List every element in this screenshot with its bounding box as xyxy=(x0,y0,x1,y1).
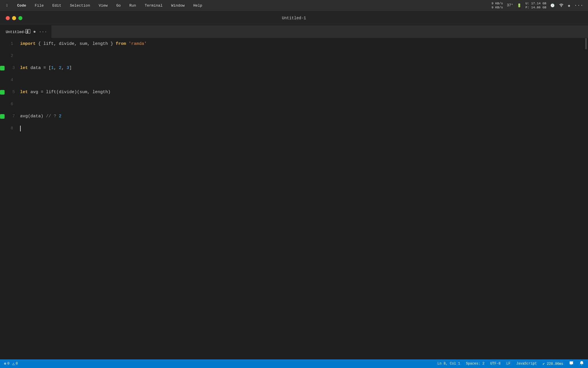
menu-window[interactable]: Window xyxy=(169,3,186,8)
language-text: JavaScript xyxy=(516,362,537,366)
tab-untitled-1[interactable]: Untitled-1 ● ··· xyxy=(0,25,51,38)
battery-icon: 🔋 xyxy=(517,3,521,8)
token-comma-2: , xyxy=(61,62,67,74)
token-avg-call: avg(data) xyxy=(20,110,46,122)
encoding[interactable]: UTF-8 xyxy=(490,362,501,366)
menu-code[interactable]: Code xyxy=(16,3,28,8)
line-ending[interactable]: LF xyxy=(506,362,510,366)
feedback-button[interactable] xyxy=(569,361,574,367)
menu-file[interactable]: File xyxy=(33,3,45,8)
token-data-assign: data = [ xyxy=(28,62,51,74)
token-let-2: let xyxy=(20,86,28,98)
token-import: import xyxy=(20,38,36,50)
code-line-6 xyxy=(17,98,584,110)
scrollbar-thumb[interactable] xyxy=(585,38,587,49)
minimize-button[interactable] xyxy=(12,16,16,20)
close-button[interactable] xyxy=(6,16,10,20)
airdrop-icon: ◈ xyxy=(568,3,570,8)
statusbar-left: ⊗ 0 △ 0 xyxy=(4,361,18,366)
warning-status[interactable]: △ 0 xyxy=(12,361,18,366)
line-ending-text: LF xyxy=(506,362,510,366)
line-number-3: 3 xyxy=(5,62,19,74)
statusbar: ⊗ 0 △ 0 Ln 8, Col 1 Spaces: 2 UTF-8 LF J… xyxy=(0,359,588,368)
gutter-row-1: 1 xyxy=(0,38,17,50)
breakpoint-3[interactable] xyxy=(0,66,5,70)
scrollbar-track[interactable] xyxy=(584,38,588,359)
encoding-text: UTF-8 xyxy=(490,362,501,366)
code-editor[interactable]: import { lift, divide, sum, length } fro… xyxy=(17,38,584,359)
bell-icon xyxy=(579,361,584,367)
token-num-3: 3 xyxy=(67,62,69,74)
disk-used: U: 17.14 GB xyxy=(525,1,546,5)
line-indicator-7 xyxy=(0,110,5,122)
token-bracket-close: ] xyxy=(69,62,72,74)
menubar:  Code File Edit Selection View Go Run T… xyxy=(0,0,588,11)
spaces-text: Spaces: 2 xyxy=(466,362,485,366)
window-controls xyxy=(6,16,22,20)
error-status[interactable]: ⊗ 0 xyxy=(4,361,9,366)
svg-rect-0 xyxy=(26,29,28,33)
menu-help[interactable]: Help xyxy=(192,3,204,8)
token-num-1: 1 xyxy=(51,62,54,74)
line-number-7: 7 xyxy=(5,110,19,122)
feedback-icon xyxy=(569,361,574,367)
language-mode[interactable]: JavaScript xyxy=(516,362,537,366)
line-number-2: 2 xyxy=(3,50,17,62)
svg-rect-1 xyxy=(28,29,30,33)
timing-status[interactable]: ✔ 228.06ms xyxy=(543,362,563,366)
statusbar-right: Ln 8, Col 1 Spaces: 2 UTF-8 LF JavaScrip… xyxy=(437,361,584,367)
error-count: 0 xyxy=(7,362,9,366)
menu-terminal[interactable]: Terminal xyxy=(143,3,164,8)
split-editor-icon[interactable] xyxy=(25,29,30,35)
code-line-5: let avg = lift(divide)(sum, length) xyxy=(17,86,584,98)
line-indicator-8 xyxy=(0,122,3,135)
warning-count: 0 xyxy=(16,362,18,366)
apple-menu[interactable]:  xyxy=(5,3,10,8)
breakpoint-5[interactable] xyxy=(0,90,5,95)
tab-label: Untitled-1 xyxy=(6,30,28,34)
token-avg-assign: avg = lift(divide)(sum, length) xyxy=(28,86,111,98)
line-indicator-2 xyxy=(0,50,3,62)
menu-view[interactable]: View xyxy=(97,3,109,8)
line-indicator-1 xyxy=(0,38,3,50)
token-comma-1: , xyxy=(54,62,59,74)
more-options-icon[interactable]: ··· xyxy=(39,29,47,34)
line-number-5: 5 xyxy=(5,86,19,98)
tab-bar: Untitled-1 ● ··· xyxy=(0,25,588,38)
wifi-icon xyxy=(559,3,564,8)
gutter-row-5: 5 xyxy=(0,86,17,98)
notification-button[interactable] xyxy=(579,361,584,367)
menubar-left:  Code File Edit Selection View Go Run T… xyxy=(5,3,492,8)
clock-icon: 🕐 xyxy=(550,3,555,8)
editor-body: 1 2 3 4 5 6 xyxy=(0,38,588,359)
indentation[interactable]: Spaces: 2 xyxy=(466,362,485,366)
line-indicator-3 xyxy=(0,62,5,74)
token-from: from xyxy=(116,38,126,50)
error-icon: ⊗ xyxy=(4,361,6,366)
menubar-right: 9 KB/s 9 KB/s 37° 🔋 U: 17.14 GB F: 14.86… xyxy=(492,1,583,10)
token-comment: // ? xyxy=(46,110,59,122)
titlebar: Untitled-1 xyxy=(0,11,588,25)
token-num-2: 2 xyxy=(59,62,61,74)
code-line-3: let data = [ 1 , 2 , 3 ] xyxy=(17,62,584,74)
position-text: Ln 8, Col 1 xyxy=(437,362,460,366)
timing-text: ✔ 228.06ms xyxy=(543,362,563,366)
menu-selection[interactable]: Selection xyxy=(68,3,92,8)
breakpoint-7[interactable] xyxy=(0,114,5,119)
menu-edit[interactable]: Edit xyxy=(51,3,63,8)
line-number-8: 8 xyxy=(3,122,17,135)
menu-go[interactable]: Go xyxy=(115,3,123,8)
cursor-position[interactable]: Ln 8, Col 1 xyxy=(437,362,460,366)
token-braces: { lift, divide, sum, length } xyxy=(36,38,116,50)
gutter-row-6: 6 xyxy=(0,98,17,110)
line-indicator-6 xyxy=(0,98,3,110)
warning-icon: △ xyxy=(12,361,15,366)
cursor xyxy=(20,126,21,131)
code-line-2 xyxy=(17,50,584,62)
gutter-row-4: 4 xyxy=(0,74,17,86)
window-title: Untitled-1 xyxy=(282,16,306,20)
maximize-button[interactable] xyxy=(18,16,22,20)
more-menu-icon[interactable]: ··· xyxy=(574,3,583,8)
line-number-1: 1 xyxy=(3,38,17,50)
menu-run[interactable]: Run xyxy=(128,3,138,8)
